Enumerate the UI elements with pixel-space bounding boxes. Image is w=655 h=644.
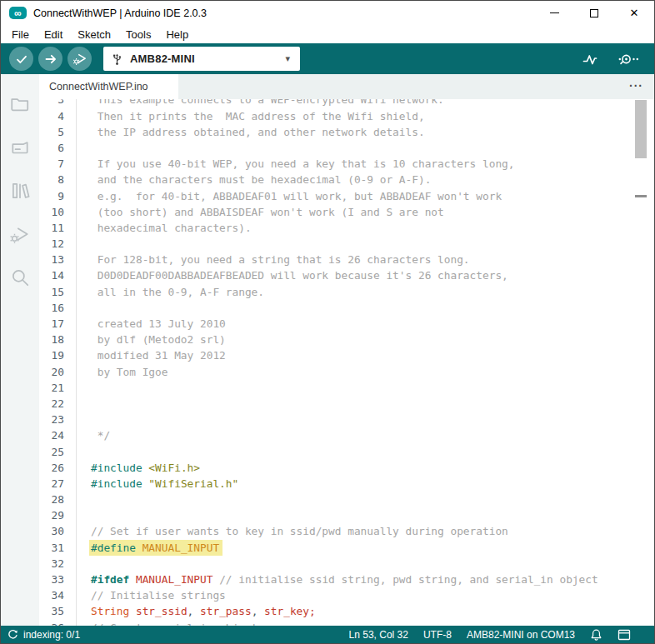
board-selector-dropdown[interactable]: AMB82-MINI ▾ <box>103 47 300 71</box>
line-number: 15 <box>39 284 64 300</box>
line-content: by Tom Igoe <box>76 364 654 380</box>
code-line[interactable]: 30// Set if user wants to key in ssid/pw… <box>39 523 654 539</box>
code-line[interactable]: 21 <box>39 380 654 396</box>
code-line[interactable]: 36// Create serial in object <box>39 620 654 626</box>
code-line[interactable]: 26#include <WiFi.h> <box>39 460 654 476</box>
line-number: 30 <box>39 523 64 539</box>
line-number: 25 <box>39 444 64 460</box>
menu-item-help[interactable]: Help <box>158 27 196 42</box>
code-line[interactable]: 7 If you use 40-bit WEP, you need a key … <box>39 156 654 172</box>
code-line[interactable]: 4 Then it prints the MAC address of the … <box>39 108 654 124</box>
code-line[interactable]: 23 <box>39 412 654 427</box>
code-line[interactable]: 32 <box>39 556 654 572</box>
status-bar: indexing: 0/1 Ln 53, Col 32 UTF-8 AMB82-… <box>1 626 654 643</box>
code-line[interactable]: 9 e.g. for 40-bit, ABBADEAF01 will work,… <box>39 188 654 204</box>
menu-item-edit[interactable]: Edit <box>37 27 70 42</box>
title-bar: ∞ ConnectWithWEP | Arduino IDE 2.0.3 ✕ <box>1 1 654 25</box>
code-line[interactable]: 15 all in the 0-9, A-F range. <box>39 284 654 300</box>
upload-button[interactable] <box>38 47 62 71</box>
line-content <box>76 412 654 427</box>
line-content: This example connects to a WEP-encrypted… <box>76 99 654 108</box>
line-number: 29 <box>39 507 64 523</box>
line-number: 35 <box>39 603 64 619</box>
code-line[interactable]: 10 (too short) and ABBAISDEAF won't work… <box>39 204 654 220</box>
code-line[interactable]: 16 <box>39 300 654 316</box>
sidebar-item-sketchbook[interactable] <box>1 82 39 126</box>
menu-item-tools[interactable]: Tools <box>118 27 158 42</box>
code-line[interactable]: 13 For 128-bit, you need a string that i… <box>39 252 654 267</box>
line-number: 32 <box>39 556 64 572</box>
magnifier-dots-icon <box>618 52 641 66</box>
menu-item-sketch[interactable]: Sketch <box>70 27 118 42</box>
line-number: 26 <box>39 460 64 476</box>
line-content: all in the 0-9, A-F range. <box>76 284 654 300</box>
close-button[interactable]: ✕ <box>614 1 654 25</box>
line-number: 13 <box>39 252 64 267</box>
line-number: 12 <box>39 236 64 252</box>
serial-plotter-button[interactable] <box>582 52 602 67</box>
line-number: 9 <box>39 188 64 204</box>
code-editor[interactable]: 3 This example connects to a WEP-encrypt… <box>39 99 654 626</box>
code-line[interactable]: 12 <box>39 236 654 252</box>
code-line[interactable]: 11 hexadecimal characters). <box>39 220 654 236</box>
line-content <box>76 396 654 412</box>
main-area: ConnectWithWEP.ino ··· 3 This example co… <box>1 74 654 626</box>
menu-item-file[interactable]: File <box>4 27 37 42</box>
code-line[interactable]: 28 <box>39 492 654 507</box>
code-line[interactable]: 8 and the characters must be hexadecimal… <box>39 172 654 187</box>
code-line[interactable]: 31#define MANUAL_INPUT <box>39 540 654 556</box>
code-line[interactable]: 35String str_ssid, str_pass, str_key; <box>39 603 654 619</box>
toggle-panel-button[interactable] <box>618 629 631 641</box>
code-line[interactable]: 25 <box>39 444 654 460</box>
code-line[interactable]: 19 modified 31 May 2012 <box>39 347 654 363</box>
maximize-button[interactable] <box>574 1 614 25</box>
scrollbar-marker <box>635 195 647 197</box>
line-number: 21 <box>39 380 64 396</box>
line-content: #include <WiFi.h> <box>76 460 654 476</box>
line-content: D0D0DEADF00DABBADEAFBEADED will work bec… <box>76 267 654 283</box>
code-line[interactable]: 14 D0D0DEADF00DABBADEAFBEADED will work … <box>39 267 654 283</box>
folder-icon <box>9 93 31 115</box>
sidebar-item-library-manager[interactable] <box>1 169 39 212</box>
toolbar-right-icons <box>582 52 641 67</box>
code-line[interactable]: 18 by dlf (Metodo2 srl) <box>39 332 654 347</box>
verify-button[interactable] <box>9 47 33 71</box>
code-line[interactable]: 3 This example connects to a WEP-encrypt… <box>39 99 654 108</box>
sync-icon <box>8 629 18 640</box>
board-port-label[interactable]: AMB82-MINI on COM13 <box>467 629 575 641</box>
notifications-button[interactable] <box>590 628 602 642</box>
sidebar-item-boards-manager[interactable] <box>1 126 39 169</box>
line-content: */ <box>76 427 654 443</box>
code-line[interactable]: 17 created 13 July 2010 <box>39 316 654 332</box>
vertical-scrollbar-thumb[interactable] <box>635 100 647 158</box>
code-line[interactable]: 6 <box>39 140 654 156</box>
line-content: e.g. for 40-bit, ABBADEAF01 will work, b… <box>76 188 654 204</box>
code-line[interactable]: 34// Initialise strings <box>39 587 654 603</box>
code-line[interactable]: 22 <box>39 396 654 412</box>
more-actions-button[interactable]: ··· <box>629 79 643 92</box>
code-line[interactable]: 29 <box>39 507 654 523</box>
sidebar-item-search[interactable] <box>1 256 39 299</box>
minimize-button[interactable] <box>534 1 574 25</box>
tab-connectwithwep-ino[interactable]: ConnectWithWEP.ino <box>39 74 178 99</box>
debug-icon <box>9 224 31 245</box>
line-number: 10 <box>39 204 64 220</box>
line-content <box>76 556 654 572</box>
code-line[interactable]: 20 by Tom Igoe <box>39 364 654 380</box>
code-line[interactable]: 27#include "WifiSerial.h" <box>39 476 654 492</box>
line-content: String str_ssid, str_pass, str_key; <box>76 603 654 619</box>
line-number: 17 <box>39 316 64 332</box>
line-content: hexadecimal characters). <box>76 220 654 236</box>
line-number: 6 <box>39 140 64 156</box>
code-line[interactable]: 5 the IP address obtained, and other net… <box>39 124 654 140</box>
serial-monitor-button[interactable] <box>618 52 641 66</box>
start-debugging-button[interactable] <box>68 47 92 71</box>
tab-bar: ConnectWithWEP.ino ··· <box>39 74 654 99</box>
code-line[interactable]: 24 */ <box>39 427 654 443</box>
sidebar-item-debug[interactable] <box>1 212 39 256</box>
code-line[interactable]: 33#ifdef MANUAL_INPUT // initialise ssid… <box>39 572 654 587</box>
indexing-label: indexing: 0/1 <box>23 629 80 641</box>
line-content: For 128-bit, you need a string that is 2… <box>76 252 654 267</box>
selected-board-label: AMB82-MINI <box>130 52 195 65</box>
line-content: // Create serial in object <box>76 620 654 626</box>
